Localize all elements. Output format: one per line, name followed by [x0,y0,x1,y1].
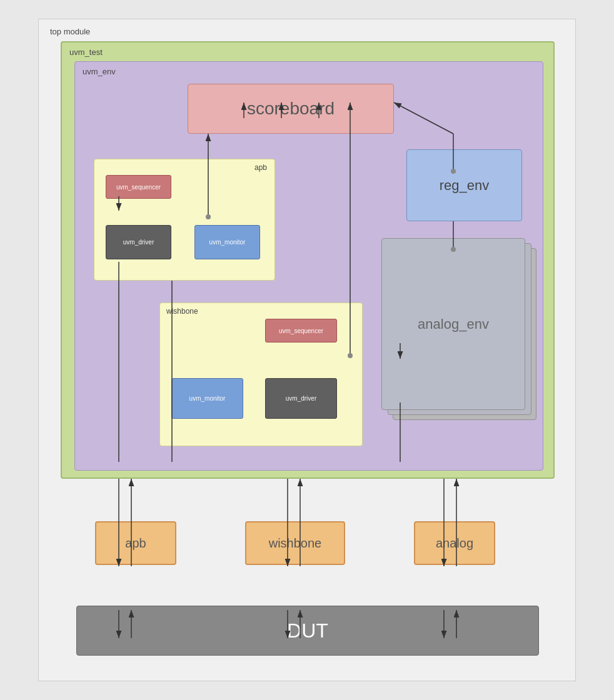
scoreboard-label: scoreboard [247,99,335,119]
uvm-sequencer-wb-label: uvm_sequencer [279,328,323,334]
analog-env-box: analog_env [381,238,525,410]
wishbone-interface-box: wishbone [245,521,345,565]
wishbone-agent-box: wishbone uvm_sequencer uvm_monitor uvm_d… [159,302,363,446]
uvm-driver-apb: uvm_driver [106,225,171,259]
svg-line-11 [394,102,453,134]
uvm-driver-wb: uvm_driver [265,378,337,419]
uvm-env-box: uvm_env scoreboard apb uvm_sequencer uvm… [74,61,543,471]
dut-box: DUT [76,606,539,656]
apb-interface-label: apb [125,536,146,551]
uvm-sequencer-wb: uvm_sequencer [265,319,337,342]
apb-agent-label: apb [254,163,267,172]
wishbone-agent-label: wishbone [166,307,198,316]
reg-env-box: reg_env [406,149,522,221]
uvm-sequencer-apb-label: uvm_sequencer [116,184,161,191]
uvm-test-box: uvm_test uvm_env scoreboard apb uvm_sequ… [61,41,555,479]
top-module-label: top module [50,27,90,36]
uvm-test-label: uvm_test [69,48,103,57]
analog-interface-box: analog [414,521,495,565]
analog-env-label: analog_env [418,316,489,332]
uvm-monitor-wb: uvm_monitor [171,378,243,419]
scoreboard-box: scoreboard [188,84,394,134]
top-module-container: top module uvm_test uvm_env scoreboard a… [38,19,576,681]
uvm-monitor-wb-label: uvm_monitor [189,395,226,402]
uvm-sequencer-apb: uvm_sequencer [106,175,171,199]
uvm-monitor-apb: uvm_monitor [194,225,260,259]
dut-label: DUT [287,619,328,642]
apb-interface-box: apb [95,521,176,565]
reg-env-label: reg_env [440,178,490,194]
uvm-driver-wb-label: uvm_driver [286,395,316,402]
uvm-monitor-apb-label: uvm_monitor [209,239,246,246]
apb-agent-box: apb uvm_sequencer uvm_driver uvm_monitor [94,159,275,281]
analog-interface-label: analog [436,536,473,551]
uvm-driver-apb-label: uvm_driver [123,239,154,246]
wishbone-interface-label: wishbone [269,536,322,551]
uvm-env-label: uvm_env [83,67,116,76]
